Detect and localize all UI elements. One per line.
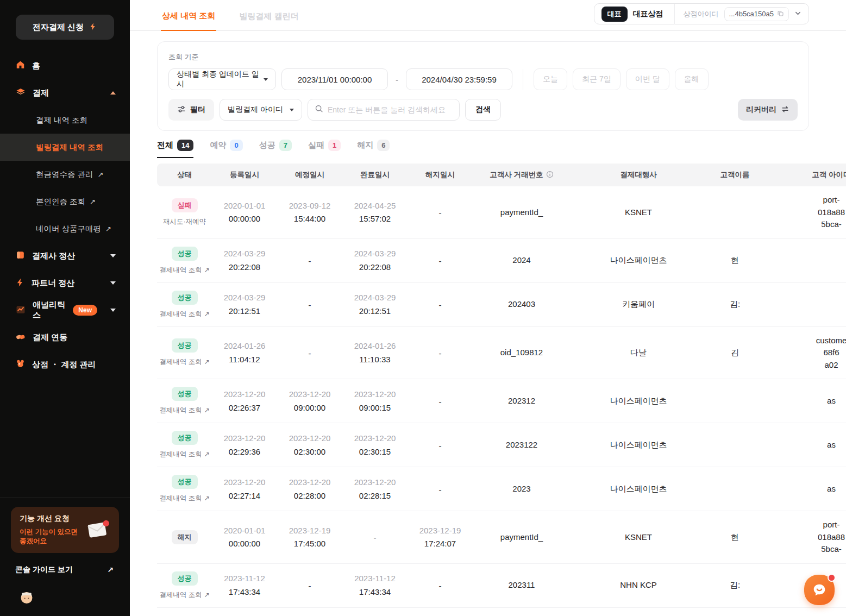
- payment-detail-link[interactable]: 결제내역 조회 ↗: [159, 357, 209, 367]
- cell-pg-provider: KSNET: [571, 531, 706, 544]
- status-tab-all[interactable]: 전체 14: [157, 140, 193, 158]
- retry-reschedule-link[interactable]: 재시도·재예약: [163, 217, 206, 227]
- chat-widget-button[interactable]: [804, 575, 835, 605]
- status-badge: 성공: [172, 475, 198, 489]
- status-badge: 실패: [172, 198, 198, 212]
- search-button[interactable]: 검색: [465, 99, 501, 121]
- sidebar-item-label: 결제 연동: [33, 332, 67, 343]
- cell-merchant-txn-id: 2023122: [473, 439, 571, 451]
- time-part: 09:00:00: [294, 402, 325, 414]
- status-tab-label: 성공: [259, 140, 275, 150]
- sidebar-item-identity-verification[interactable]: 본인인증 조회 ↗: [0, 188, 130, 215]
- search-input[interactable]: [328, 105, 453, 114]
- criteria-dropdown-value: 상태별 최종 업데이트 일시: [177, 70, 264, 89]
- date-part: 2023-12-19: [289, 525, 331, 537]
- cell-merchant-txn-id-value: 202312: [508, 395, 535, 407]
- table-row[interactable]: 성공결제내역 조회 ↗2023-12-2002:26:372023-12-200…: [157, 379, 846, 423]
- time-part: 02:28:00: [294, 490, 325, 502]
- date-to-input[interactable]: 2024/04/30 23:59:59: [406, 68, 512, 90]
- sidebar-item-billing-history[interactable]: 빌링결제 내역 조회: [0, 134, 130, 161]
- sidebar-item-pg-settlement[interactable]: 결제사 정산: [0, 242, 130, 269]
- new-badge: New: [73, 305, 97, 316]
- quick-range-today-button[interactable]: 오늘: [534, 68, 567, 90]
- payment-detail-link[interactable]: 결제내역 조회 ↗: [159, 310, 209, 319]
- sidebar-item-store-account[interactable]: 상점 ・ 계정 관리: [0, 351, 130, 378]
- sidebar-item-payment-integration[interactable]: 결제 연동: [0, 324, 130, 351]
- time-part: -: [309, 580, 311, 592]
- date-to-value: 2024/04/30 23:59:59: [422, 75, 497, 84]
- chart-icon: [15, 304, 26, 317]
- payment-detail-link[interactable]: 결제내역 조회 ↗: [159, 590, 209, 600]
- payment-detail-link[interactable]: 결제내역 조회 ↗: [159, 494, 209, 503]
- table-row[interactable]: 성공결제내역 조회 ↗2024-03-2920:12:51-2024-03-29…: [157, 283, 846, 327]
- table-row[interactable]: 해지2020-01-0100:00:002023-11-1011:24:00-2…: [157, 608, 846, 616]
- quick-range-this-month-button[interactable]: 이번 달: [626, 68, 669, 90]
- status-tab-cancelled[interactable]: 해지 6: [357, 140, 390, 158]
- cell-registered-at: 2023-12-2002:27:14: [212, 476, 277, 502]
- sidebar-item-cash-receipt[interactable]: 현금영수증 관리 ↗: [0, 161, 130, 188]
- quick-range-this-year-button[interactable]: 올해: [675, 68, 709, 90]
- user-avatar[interactable]: [18, 589, 35, 605]
- status-tab-label: 해지: [357, 140, 373, 150]
- table-row[interactable]: 성공결제내역 조회 ↗2023-12-2002:29:362023-12-200…: [157, 423, 846, 467]
- date-part: 2023-11-12: [224, 573, 265, 584]
- time-part: -: [439, 440, 442, 452]
- col-status: 상태: [157, 170, 212, 180]
- cell-cancelled-at: -: [408, 298, 473, 311]
- console-guide-link[interactable]: 콘솔 가이드 보기 ↗: [11, 565, 119, 575]
- time-part: 00:00:00: [229, 213, 260, 225]
- sidebar-item-home[interactable]: 홈: [0, 52, 130, 79]
- filter-button[interactable]: 필터: [168, 99, 214, 121]
- cell-scheduled-at: -: [277, 254, 342, 267]
- cell-registered-at: 2024-01-2611:04:12: [212, 340, 277, 366]
- status-tab-failed[interactable]: 실패 1: [308, 140, 341, 158]
- cell-customer-name: 김: [706, 347, 763, 359]
- sidebar-item-naver-review[interactable]: 네이버 상품구매평 ↗: [0, 215, 130, 242]
- table-row[interactable]: 성공결제내역 조회 ↗2023-11-1217:43:34-2023-11-12…: [157, 564, 846, 608]
- external-link-icon: ↗: [107, 565, 114, 574]
- cell-completed-at: 2024-01-2611:10:33: [342, 340, 408, 366]
- status-tab-success[interactable]: 성공 7: [259, 140, 292, 158]
- sidebar-item-analytics[interactable]: 애널리틱스 New: [0, 297, 130, 324]
- tab-detail-history[interactable]: 상세 내역 조회: [161, 11, 216, 31]
- cell-merchant-txn-id: 202312: [473, 395, 571, 407]
- external-link-icon: ↗: [105, 225, 111, 233]
- e-payment-apply-button[interactable]: 전자결제 신청: [16, 15, 114, 40]
- payment-detail-link[interactable]: 결제내역 조회 ↗: [159, 450, 209, 459]
- main-content: 상세 내역 조회 빌링결제 캘린더 대표 대표상점 상점아이디 ...4b5ca…: [130, 0, 846, 616]
- date-from-input[interactable]: 2023/11/01 00:00:00: [281, 68, 388, 90]
- quick-range-7days-button[interactable]: 최근 7일: [573, 68, 621, 90]
- sidebar-item-payments[interactable]: 결제: [0, 79, 130, 106]
- date-part: 2023-12-20: [354, 432, 396, 444]
- table-row[interactable]: 해지2020-01-0100:00:002023-12-1917:45:00-2…: [157, 511, 846, 564]
- store-selector[interactable]: 대표 대표상점 상점아이디 ...4b5ca150a5: [594, 3, 809, 24]
- cell-pg-provider: 나이스페이먼츠: [571, 254, 706, 267]
- sidebar-subitem-label: 현금영수증 관리: [36, 169, 93, 180]
- cell-customer-name-value: 현: [731, 254, 739, 267]
- tab-label: 빌링결제 캘린더: [239, 11, 298, 21]
- store-id-value[interactable]: ...4b5ca150a5: [724, 7, 789, 21]
- cell-status: 성공결제내역 조회 ↗: [157, 387, 212, 415]
- tab-billing-calendar[interactable]: 빌링결제 캘린더: [238, 11, 299, 30]
- table-row[interactable]: 성공결제내역 조회 ↗2023-12-2002:27:142023-12-200…: [157, 467, 846, 511]
- sidebar-item-partner-settlement[interactable]: 파트너 정산: [0, 269, 130, 297]
- recovery-button[interactable]: 리커버리: [738, 99, 798, 121]
- status-tab-reserved[interactable]: 예약 0: [210, 140, 242, 158]
- cards-icon: [15, 331, 26, 344]
- date-part: 2024-03-29: [354, 292, 396, 304]
- sidebar-item-payment-history[interactable]: 결제 내역 조회: [0, 106, 130, 134]
- cell-merchant-txn-id: 2023: [473, 483, 571, 495]
- table-row[interactable]: 성공결제내역 조회 ↗2024-03-2920:22:08-2024-03-29…: [157, 239, 846, 283]
- payment-detail-link[interactable]: 결제내역 조회 ↗: [159, 266, 209, 275]
- table-row[interactable]: 실패재시도·재예약2020-01-0100:00:002023-09-1215:…: [157, 186, 846, 239]
- search-type-dropdown[interactable]: 빌링결제 아이디: [220, 99, 302, 121]
- cell-pg-provider-value: 다날: [630, 347, 647, 359]
- cell-cancelled-at: -: [408, 438, 473, 452]
- payment-detail-link[interactable]: 결제내역 조회 ↗: [159, 406, 209, 415]
- cell-scheduled-at: -: [277, 298, 342, 311]
- criteria-dropdown[interactable]: 상태별 최종 업데이트 일시: [168, 68, 276, 90]
- table-row[interactable]: 성공결제내역 조회 ↗2024-01-2611:04:12-2024-01-26…: [157, 327, 846, 380]
- info-icon[interactable]: [546, 171, 554, 180]
- copy-icon[interactable]: [777, 10, 784, 18]
- feature-request-card[interactable]: 기능 개선 요청 이런 기능이 있으면 좋겠어요: [11, 507, 119, 553]
